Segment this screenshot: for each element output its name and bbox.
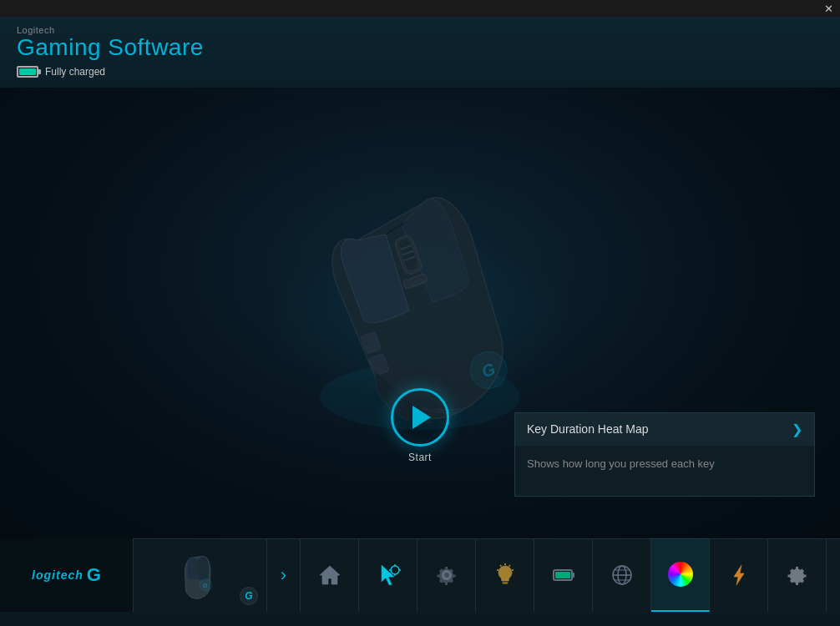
home-icon-button[interactable] <box>301 538 359 612</box>
battery-icon <box>17 66 38 78</box>
start-button-container: Start <box>391 388 449 463</box>
main-content: G Start Key Duration Heat Map ❯ Shows ho… <box>0 88 840 538</box>
dpi-icon <box>609 562 635 588</box>
color-icon-button[interactable] <box>651 538 710 612</box>
header: Logitech Gaming Software Fully charged <box>0 17 840 88</box>
arrow-right-icon: › <box>281 564 286 586</box>
dropdown-title: Key Duration Heat Map <box>527 422 649 436</box>
pointer-icon-button[interactable] <box>359 538 417 612</box>
macro-icon <box>726 562 752 588</box>
device-logo-g: G <box>245 590 252 602</box>
dropdown-description: Shows how long you pressed each key <box>515 446 814 496</box>
pointer-icon <box>375 562 402 588</box>
preferences-icon <box>784 562 811 588</box>
next-device-button[interactable]: › <box>267 538 301 612</box>
battery-fill <box>19 68 36 75</box>
play-icon <box>412 406 431 429</box>
device-mouse-icon: G <box>180 550 221 600</box>
svg-rect-25 <box>572 573 574 578</box>
device-settings-icon-button[interactable] <box>417 538 476 612</box>
battery-icon-button[interactable] <box>534 538 593 612</box>
heatmap-panel: Key Duration Heat Map ❯ Shows how long y… <box>514 412 815 497</box>
start-label: Start <box>408 452 432 463</box>
preferences-icon-button[interactable] <box>768 538 827 612</box>
battery-toolbar-icon <box>550 562 577 588</box>
device-section[interactable]: G G <box>134 538 267 612</box>
titlebar: ✕ <box>0 0 840 17</box>
logo-g: G <box>87 564 101 586</box>
app-title: Gaming Software <box>17 35 823 61</box>
dpi-icon-button[interactable] <box>593 538 651 612</box>
start-button[interactable] <box>391 388 449 447</box>
svg-rect-11 <box>196 561 204 575</box>
logo-text: logitech <box>32 568 83 582</box>
svg-line-22 <box>500 565 502 567</box>
toolbar-icons: ? <box>301 538 840 612</box>
macro-icon-button[interactable] <box>710 538 768 612</box>
close-button[interactable]: ✕ <box>824 3 833 15</box>
svg-text:G: G <box>202 583 207 590</box>
device-settings-icon <box>433 562 460 588</box>
dropdown-header[interactable]: Key Duration Heat Map ❯ <box>515 413 814 446</box>
color-wheel-icon <box>668 562 693 587</box>
svg-point-14 <box>391 566 399 574</box>
home-icon <box>316 562 343 588</box>
lighting-icon <box>492 562 519 588</box>
battery-row: Fully charged <box>17 66 823 78</box>
help-icon-button[interactable]: ? <box>827 538 840 612</box>
battery-status: Fully charged <box>45 66 105 78</box>
svg-line-20 <box>509 565 510 567</box>
toolbar: logitech G G G › <box>0 538 840 612</box>
logitech-logo: logitech G <box>0 538 134 612</box>
svg-rect-26 <box>555 572 570 578</box>
lighting-icon-button[interactable] <box>476 538 534 612</box>
chevron-down-icon: ❯ <box>792 422 802 437</box>
